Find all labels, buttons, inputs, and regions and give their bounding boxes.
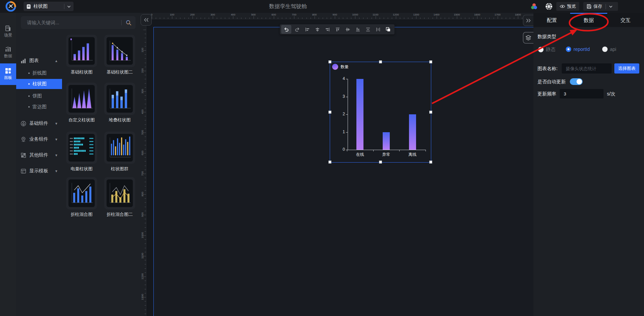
tab-配置[interactable]: 配置 <box>533 13 570 27</box>
theme-colors-icon[interactable] <box>530 2 538 10</box>
combine-icon[interactable] <box>383 25 393 34</box>
thumbnail-堆叠柱状图[interactable] <box>104 83 135 115</box>
y-tick-label: 4 <box>336 76 345 81</box>
file-dropdown[interactable]: 柱状图 <box>24 2 74 11</box>
y-tick-label: 3 <box>336 94 345 99</box>
selection-handle[interactable] <box>429 161 432 164</box>
category-item-label: 折线图 <box>32 70 47 76</box>
chevron-down-icon: ▼ <box>55 169 58 173</box>
radio-reportId[interactable]: reportId <box>566 47 590 52</box>
selection-handle[interactable] <box>429 60 432 63</box>
category-item-饼图[interactable]: 饼图 <box>16 91 62 101</box>
align-top-icon[interactable] <box>332 25 343 34</box>
sidebar-item-2[interactable]: 数据 <box>0 43 16 63</box>
preview-button[interactable]: 预览 <box>556 2 579 11</box>
thumbnail-preview <box>107 179 133 207</box>
auto-update-toggle[interactable] <box>570 78 583 85</box>
other-components-icon <box>21 152 26 158</box>
redo-icon[interactable] <box>292 25 302 34</box>
bullet-dot <box>28 83 30 85</box>
category-item-雷达图[interactable]: 雷达图 <box>16 102 62 112</box>
align-left-icon[interactable] <box>302 25 312 34</box>
selected-chart-component[interactable]: 数量43210在线异常离线 <box>330 62 431 163</box>
category-2[interactable]: 基础组件▼ <box>16 118 62 129</box>
tab-交互[interactable]: 交互 <box>607 13 644 27</box>
tab-数据[interactable]: 数据 <box>570 13 607 27</box>
radio-静态[interactable]: 静态 <box>538 47 555 53</box>
selection-handle[interactable] <box>379 60 382 63</box>
thumbnail-preview <box>68 85 95 113</box>
selection-handle[interactable] <box>379 161 382 164</box>
radio-api[interactable]: api <box>602 47 616 52</box>
category-item-柱状图[interactable]: 柱状图 <box>16 79 62 89</box>
sidebar-item-1[interactable]: 场景 <box>0 22 16 42</box>
thumbnail-preview <box>68 37 95 65</box>
search-icon[interactable] <box>126 20 131 26</box>
canvas-area[interactable]: 0100200300400500600700800900100011001200… <box>140 13 533 316</box>
thumbnail-柱状图群[interactable] <box>104 132 135 164</box>
category-label: 显示模板 <box>29 168 48 174</box>
category-1[interactable]: 图表▲ <box>16 55 62 66</box>
chevron-down-icon[interactable] <box>609 5 613 8</box>
category-item-label: 饼图 <box>32 93 42 99</box>
frequency-input[interactable] <box>560 89 604 98</box>
category-3[interactable]: 业务组件▼ <box>16 134 62 145</box>
category-4[interactable]: 其他组件▼ <box>16 150 62 161</box>
y-tick-label: 0 <box>336 147 345 152</box>
x-axis <box>347 150 426 150</box>
app-logo-icon <box>5 1 16 12</box>
horizontal-ruler: 0100200300400500600700800900100011001200… <box>146 13 533 19</box>
thumbnail-label: 折柱混合图二 <box>99 211 140 218</box>
chevron-down-icon <box>67 5 71 8</box>
chevron-down-icon: ▼ <box>55 122 58 125</box>
chart-legend: 数量 <box>332 64 349 70</box>
auto-update-label: 是否自动更新 <box>537 79 566 85</box>
search-input[interactable] <box>26 20 121 26</box>
chart-name-input[interactable] <box>562 63 612 74</box>
panel-icon <box>5 67 11 74</box>
thumbnail-基础柱状图二[interactable] <box>104 35 135 67</box>
select-chart-button[interactable]: 选择图表 <box>614 63 639 74</box>
thumbnail-电量柱状图[interactable] <box>66 132 97 164</box>
thumbnail-label: 柱状图群 <box>99 166 140 172</box>
distribute-h-icon[interactable] <box>373 25 383 34</box>
thumbnail-折柱混合图二[interactable] <box>104 177 135 209</box>
bar-异常[interactable] <box>383 132 390 150</box>
business-components-icon <box>21 137 26 142</box>
bar-在线[interactable] <box>356 79 363 150</box>
x-category-label: 异常 <box>373 152 400 157</box>
save-button-group[interactable]: 保存 <box>583 2 618 11</box>
selection-handle[interactable] <box>328 111 331 114</box>
align-center-h-icon[interactable] <box>312 25 322 34</box>
radio-label: 静态 <box>546 47 555 53</box>
legend-label: 数量 <box>341 64 349 70</box>
align-middle-v-icon[interactable] <box>343 25 353 34</box>
align-bottom-icon[interactable] <box>353 25 363 34</box>
double-chevron-left-icon <box>144 18 149 22</box>
thumbnail-自定义柱状图[interactable] <box>66 83 97 115</box>
sidebar-item-3[interactable]: 面板 <box>0 63 16 85</box>
selection-handle[interactable] <box>328 161 331 164</box>
globe-icon[interactable] <box>545 2 553 10</box>
data-type-label: 数据类型 <box>537 34 556 40</box>
file-name-label: 柱状图 <box>33 3 61 9</box>
undo-icon[interactable] <box>281 25 291 34</box>
thumbnail-折柱混合图[interactable] <box>66 177 97 209</box>
selection-handle[interactable] <box>328 60 331 63</box>
chevron-down-icon: ▼ <box>55 138 58 141</box>
inspector-panel: 配置数据交互 数据类型 图表名称: 选择图表 是否自动更新 更新频率 s/次 静… <box>533 13 644 316</box>
expand-inspector-button[interactable] <box>523 15 533 26</box>
category-item-折线图[interactable]: 折线图 <box>16 68 62 78</box>
preview-label: 预览 <box>567 3 576 9</box>
collapse-library-button[interactable] <box>141 14 152 26</box>
thumbnail-基础柱状图[interactable] <box>66 35 97 67</box>
align-right-icon[interactable] <box>322 25 332 34</box>
category-5[interactable]: 显示模板▼ <box>16 166 62 176</box>
app-window: 柱状图 数据孪生驾驶舱 预览 <box>0 0 644 316</box>
bar-离线[interactable] <box>409 114 416 150</box>
layers-button[interactable] <box>523 32 533 44</box>
selection-handle[interactable] <box>429 111 432 114</box>
distribute-v-icon[interactable] <box>363 25 373 34</box>
scene-icon <box>5 25 11 32</box>
frequency-unit-label: s/次 <box>607 91 615 97</box>
